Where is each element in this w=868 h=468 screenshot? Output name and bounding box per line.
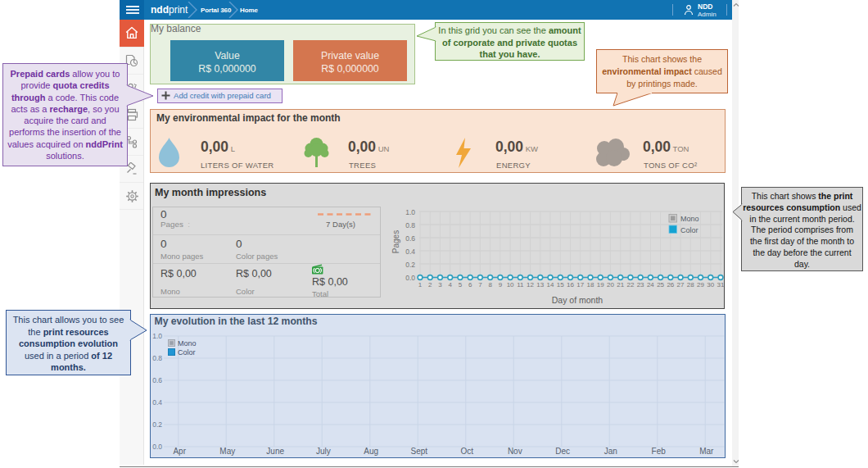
svg-text:0.8: 0.8: [152, 354, 162, 362]
svg-text:July: July: [316, 447, 331, 456]
svg-text:Mar: Mar: [699, 447, 714, 456]
svg-text:0.2: 0.2: [152, 420, 162, 429]
svg-text:Jan: Jan: [604, 447, 617, 456]
svg-text:0.6: 0.6: [152, 376, 162, 384]
svg-text:Nov: Nov: [508, 447, 522, 456]
svg-text:0.4: 0.4: [152, 398, 162, 407]
svg-text:Aug: Aug: [364, 447, 378, 456]
svg-text:Dec: Dec: [555, 447, 570, 456]
svg-text:1.0: 1.0: [152, 332, 162, 340]
svg-text:May: May: [219, 447, 235, 456]
svg-text:Apr: Apr: [173, 447, 186, 456]
svg-text:June: June: [266, 447, 284, 456]
svg-text:Mono: Mono: [178, 339, 197, 348]
svg-text:0.0: 0.0: [152, 443, 162, 451]
svg-text:Color: Color: [178, 348, 196, 357]
svg-text:Feb: Feb: [652, 447, 667, 456]
svg-text:Sept: Sept: [411, 447, 428, 456]
svg-text:Oct: Oct: [460, 447, 473, 456]
